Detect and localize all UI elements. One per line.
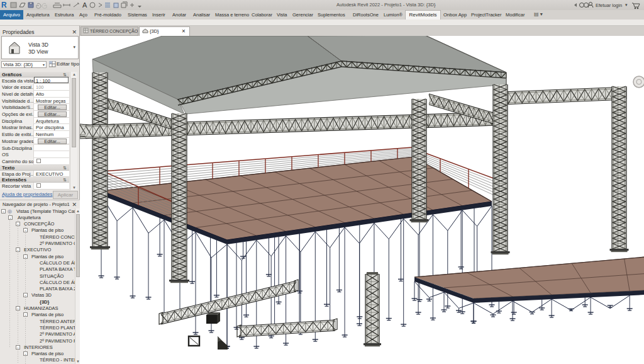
svg-text:A: A <box>82 1 87 9</box>
